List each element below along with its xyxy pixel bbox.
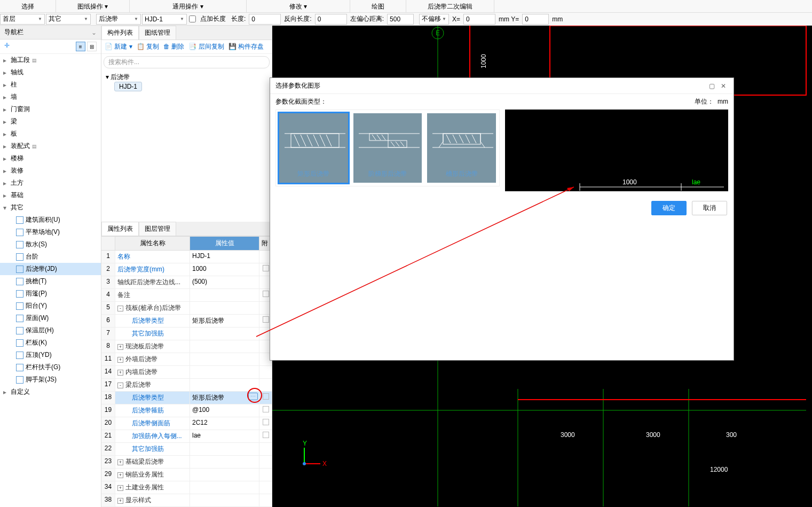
ellipsis-button[interactable]: ⋯ [248, 393, 258, 400]
property-header-value[interactable]: 属性值 [190, 237, 259, 250]
nav-item-柱[interactable]: ▸柱 [0, 79, 101, 91]
nav-item-自定义[interactable]: ▸自定义 [0, 386, 101, 398]
svg-line-23 [294, 135, 299, 146]
svg-text:X: X [322, 460, 327, 467]
type-combo[interactable]: 后浇带▼ [96, 14, 141, 25]
menu-modify[interactable]: 修改 ▾ [247, 0, 350, 12]
prop-row-20[interactable]: 20 后浇带侧面筋2C12 [101, 417, 272, 430]
nav-subitem-栏板(K)[interactable]: 栏板(K) [0, 337, 101, 349]
nav-subitem-栏杆扶手(G)[interactable]: 栏杆扶手(G) [0, 361, 101, 373]
nav-subitem-平整场地(V)[interactable]: 平整场地(V) [0, 226, 101, 238]
nav-item-墙[interactable]: ▸墙 [0, 91, 101, 103]
length-input[interactable] [249, 14, 281, 25]
prop-row-34[interactable]: 34+土建业务属性 [101, 481, 272, 494]
prop-row-19[interactable]: 19 后浇带箍筋@100 [101, 404, 272, 417]
nav-toolbar: ✛ ≡ ⊞ [0, 40, 101, 54]
y-input[interactable] [522, 14, 549, 25]
svg-line-33 [372, 135, 376, 140]
prop-row-22[interactable]: 22 其它加强筋 [101, 443, 272, 456]
nav-item-板[interactable]: ▸板 [0, 128, 101, 140]
dialog-maximize-icon[interactable]: ▢ [707, 82, 717, 90]
nav-item-其它[interactable]: ▾其它 [0, 201, 101, 214]
x-input[interactable] [463, 14, 495, 25]
component-tree-root[interactable]: ▾ 后浇带 [106, 73, 267, 82]
offset-mode-combo[interactable]: 不偏移▼ [419, 14, 449, 25]
nav-item-土方[interactable]: ▸土方 [0, 177, 101, 189]
menu-general-ops[interactable]: 通用操作 ▾ [130, 0, 246, 12]
prop-row-1[interactable]: 1名称HJD-1 [101, 251, 272, 263]
menu-postcast-edit[interactable]: 后浇带二次编辑 [406, 0, 494, 12]
tile-groove-postcast[interactable]: 槽形后浇带 [427, 113, 496, 183]
nav-subitem-阳台(Y)[interactable]: 阳台(Y) [0, 300, 101, 312]
ok-button[interactable]: 确定 [651, 201, 687, 215]
prop-row-4[interactable]: 4备注 [101, 289, 272, 302]
tile-rect-postcast[interactable]: 矩形后浇带 [279, 113, 348, 183]
nav-subitem-台阶[interactable]: 台阶 [0, 251, 101, 263]
nav-subitem-建筑面积(U)[interactable]: 建筑面积(U) [0, 214, 101, 226]
nav-subitem-屋面(W)[interactable]: 屋面(W) [0, 312, 101, 324]
prop-row-21[interactable]: 21 加强筋伸入每侧...lae [101, 430, 272, 443]
nav-subitem-保温层(H)[interactable]: 保温层(H) [0, 324, 101, 337]
rev-length-input[interactable] [315, 14, 347, 25]
prop-row-23[interactable]: 23+基础梁后浇带 [101, 456, 272, 469]
prop-row-2[interactable]: 2后浇带宽度(mm)1000 [101, 263, 272, 276]
tab-property-list[interactable]: 属性列表 [101, 222, 139, 236]
tile-step-postcast[interactable]: 阶梯形后浇带 [353, 113, 422, 183]
nav-subitem-雨篷(P)[interactable]: 雨篷(P) [0, 287, 101, 300]
nav-item-门窗洞[interactable]: ▸门窗洞 [0, 103, 101, 115]
nav-subitem-压顶(YD)[interactable]: 压顶(YD) [0, 349, 101, 361]
nav-subitem-脚手架(JS)[interactable]: 脚手架(JS) [0, 373, 101, 386]
svg-line-38 [400, 142, 404, 146]
prop-row-14[interactable]: 14+内墙后浇带 [101, 366, 272, 379]
new-button[interactable]: 📄 新建 ▾ [105, 42, 132, 51]
nav-view-list-icon[interactable]: ≡ [76, 42, 85, 51]
nav-view-grid-icon[interactable]: ⊞ [87, 42, 97, 51]
nav-tool-cursor-icon[interactable]: ✛ [4, 42, 10, 51]
nav-item-楼梯[interactable]: ▸楼梯 [0, 152, 101, 165]
left-offset-input[interactable] [387, 14, 414, 25]
delete-button[interactable]: 🗑 删除 [163, 42, 184, 51]
code-combo[interactable]: HJD-1▼ [142, 14, 187, 25]
prop-row-38[interactable]: 38+显示样式 [101, 494, 272, 507]
component-search-input[interactable]: 搜索构件... [104, 56, 270, 68]
nav-item-施工段[interactable]: ▸施工段 ▤ [0, 54, 101, 66]
svg-line-26 [313, 135, 319, 146]
nav-item-装修[interactable]: ▸装修 [0, 165, 101, 177]
tab-drawing-manage[interactable]: 图纸管理 [139, 26, 176, 40]
nav-subitem-后浇带(JD)[interactable]: 后浇带(JD) [0, 263, 101, 275]
nav-item-装配式[interactable]: ▸装配式 ▤ [0, 140, 101, 152]
prop-row-6[interactable]: 6 后浇带类型矩形后浇带 [101, 315, 272, 327]
svg-line-46 [472, 135, 476, 143]
nav-header-expand-icon[interactable]: ⌄ [91, 29, 97, 36]
nav-subitem-散水(S)[interactable]: 散水(S) [0, 238, 101, 251]
prop-row-29[interactable]: 29+钢筋业务属性 [101, 469, 272, 481]
property-header: 属性名称 属性值 附 [101, 236, 272, 251]
menu-select[interactable]: 选择 [0, 0, 56, 12]
menu-draw[interactable]: 绘图 [350, 0, 406, 12]
nav-item-轴线[interactable]: ▸轴线 [0, 66, 101, 79]
save-component-button[interactable]: 💾 构件存盘 [228, 42, 264, 51]
floor-combo[interactable]: 首层▼ [0, 14, 45, 25]
category-combo[interactable]: 其它▼ [46, 14, 91, 25]
prop-row-11[interactable]: 11+外墙后浇带 [101, 353, 272, 366]
prop-row-5[interactable]: 5-筏板(桩承台)后浇带 [101, 302, 272, 315]
prop-row-18[interactable]: 18 后浇带类型矩形后浇带⋯ [101, 392, 272, 404]
unit-label: mm [552, 15, 563, 23]
length-label: 长度: [231, 14, 246, 24]
tab-layer-manage[interactable]: 图层管理 [139, 222, 176, 236]
nav-item-梁[interactable]: ▸梁 [0, 115, 101, 128]
menu-drawing-ops[interactable]: 图纸操作 ▾ [56, 0, 130, 12]
component-item-hjd1[interactable]: HJD-1 [114, 82, 142, 91]
nav-subitem-挑檐(T)[interactable]: 挑檐(T) [0, 275, 101, 287]
dialog-close-icon[interactable]: ✕ [719, 82, 728, 90]
prop-row-8[interactable]: 8+现浇板后浇带 [101, 340, 272, 353]
cancel-button[interactable]: 取消 [692, 201, 727, 215]
prop-row-3[interactable]: 3轴线距后浇带左边线...(500) [101, 276, 272, 289]
prop-row-17[interactable]: 17-梁后浇带 [101, 379, 272, 392]
prop-row-7[interactable]: 7 其它加强筋 [101, 327, 272, 340]
nav-item-基础[interactable]: ▸基础 [0, 189, 101, 201]
tab-component-list[interactable]: 构件列表 [101, 26, 139, 40]
layer-copy-button[interactable]: 📑 层间复制 [188, 42, 224, 51]
copy-button[interactable]: 📋 复制 [137, 42, 159, 51]
point-length-check[interactable] [189, 15, 196, 22]
